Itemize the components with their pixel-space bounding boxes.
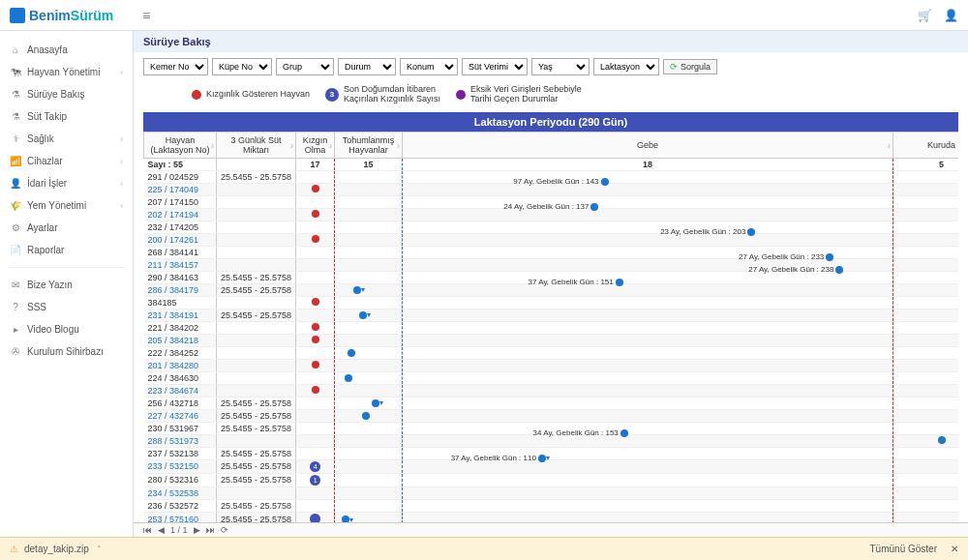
filter-grup[interactable]: Grup <box>276 58 334 75</box>
legend-item: Eksik Veri Girişleri Sebebiyle Tarihi Ge… <box>456 85 582 104</box>
pager-refresh-icon[interactable]: ⟳ <box>221 525 228 535</box>
nav-icon: ⚕ <box>10 133 21 144</box>
milk-value: 25.5455 - 25.5758 <box>217 473 296 486</box>
insem-cell <box>335 499 403 512</box>
pregnant-cell <box>403 233 893 246</box>
milk-value <box>217 371 296 384</box>
animal-id[interactable]: 234 / 532538 <box>148 488 199 498</box>
animal-id[interactable]: 233 / 532150 <box>148 461 199 471</box>
insem-cell <box>335 346 403 359</box>
milk-value <box>217 359 296 371</box>
th-tohum[interactable]: Tohumlanmış Hayvanlar› <box>335 132 403 158</box>
animal-id[interactable]: 253 / 575160 <box>148 515 199 522</box>
filter-yaş[interactable]: Yaş <box>531 58 590 75</box>
nav-label: Yem Yönetimi <box>27 200 86 211</box>
nav-sürüye-bakış[interactable]: ⚗Sürüye Bakış <box>0 83 133 105</box>
milk-value: 25.5455 - 25.5758 <box>217 447 296 459</box>
red-dot-icon <box>312 235 319 243</box>
user-icon[interactable]: 👤 <box>944 9 958 22</box>
filter-küpe-no[interactable]: Küpe No <box>212 58 272 75</box>
cart-icon[interactable]: 🛒 <box>918 9 932 22</box>
animal-id: 268 / 384141 <box>148 248 199 257</box>
hamburger-icon[interactable]: ≡ <box>142 8 150 23</box>
nav-anasayfa[interactable]: ⌂Anasayfa <box>0 39 133 61</box>
nav-icon: ▸ <box>10 324 21 335</box>
heat-cell <box>296 434 335 447</box>
table-row: 280 / 53231625.5455 - 25.57581 <box>144 473 959 486</box>
table-row: 225 / 174049 <box>144 183 959 195</box>
nav-süt-takip[interactable]: ⚗Süt Takip <box>0 105 133 128</box>
show-all-button[interactable]: Tümünü Göster <box>870 544 937 554</box>
animal-id[interactable]: 201 / 384280 <box>148 361 199 370</box>
nav-yem-yönetimi[interactable]: 🌾Yem Yönetimi› <box>0 194 133 217</box>
animal-id[interactable]: 223 / 384674 <box>148 386 199 396</box>
query-button[interactable]: ⟳Sorgula <box>663 59 717 74</box>
animal-id[interactable]: 205 / 384218 <box>148 336 199 345</box>
table-row: 224 / 384630 <box>144 371 959 384</box>
download-file[interactable]: detay_takip.zip <box>24 544 89 554</box>
nav-sağlık[interactable]: ⚕Sağlık› <box>0 128 133 150</box>
table-row: 211 / 38415727 Ay, Gebelik Gün : 238 <box>144 258 959 271</box>
pregnant-cell: 24 Ay, Gebelik Gün : 137 <box>403 195 893 208</box>
pregnant-cell <box>403 296 893 309</box>
th-hayvan[interactable]: Hayvan (Laktasyon No)› <box>144 132 217 158</box>
close-icon[interactable]: ✕ <box>951 544 958 554</box>
chevron-right-icon: › <box>120 157 123 166</box>
animal-id[interactable]: 288 / 531973 <box>148 436 199 446</box>
animal-id[interactable]: 211 / 384157 <box>148 260 199 270</box>
nav-bize-yazın[interactable]: ✉Bize Yazın <box>0 274 133 296</box>
th-kizgin[interactable]: Kızgın Olma› <box>296 132 335 158</box>
nav-ayarlar[interactable]: ⚙Ayarlar <box>0 217 133 239</box>
pager-prev-icon[interactable]: ◀ <box>158 525 165 535</box>
insem-cell: ▾ <box>335 283 403 296</box>
dry-cell <box>893 321 959 334</box>
animal-id[interactable]: 225 / 174049 <box>148 185 199 194</box>
animal-id: 232 / 174205 <box>148 222 199 232</box>
logo[interactable]: BenimSürüm <box>10 8 113 23</box>
nav-raporlar[interactable]: 📄Raporlar <box>0 239 133 261</box>
filter-durum[interactable]: Durum <box>338 58 396 75</box>
blue-dot-icon <box>359 311 367 319</box>
nav-video-blogu[interactable]: ▸Video Blogu <box>0 318 133 340</box>
nav-icon: 📄 <box>10 245 21 255</box>
th-sut[interactable]: 3 Günlük Süt Miktarı› <box>217 132 296 158</box>
nav-icon: ✉ <box>10 280 21 290</box>
milk-value <box>217 321 296 334</box>
animal-id: 237 / 532138 <box>148 449 199 458</box>
th-gebe[interactable]: Gebe› <box>403 132 893 158</box>
dry-cell <box>893 397 959 409</box>
filter-kemer-no[interactable]: Kemer No <box>143 58 208 75</box>
pager-first-icon[interactable]: ⏮ <box>143 525 152 535</box>
animal-id[interactable]: 200 / 174261 <box>148 235 199 245</box>
animal-id[interactable]: 227 / 432746 <box>148 411 199 421</box>
red-dot-icon <box>312 361 319 368</box>
heat-cell: 4 <box>296 459 335 473</box>
animal-id[interactable]: 231 / 384191 <box>148 310 199 320</box>
dry-cell <box>893 258 959 271</box>
summary-kuruda: 5 <box>893 158 959 170</box>
red-dot-icon <box>192 90 201 100</box>
nav-cihazlar[interactable]: 📶Cihazlar› <box>0 150 133 172</box>
pager-next-icon[interactable]: ▶ <box>194 525 200 535</box>
nav-sss[interactable]: ?SSS <box>0 296 133 318</box>
nav-hayvan-yönetimi[interactable]: 🐄Hayvan Yönetimi› <box>0 61 133 83</box>
animal-id: 280 / 532316 <box>148 475 199 485</box>
chevron-up-icon[interactable]: ˄ <box>97 545 102 554</box>
pager-last-icon[interactable]: ⏭ <box>206 525 215 535</box>
heat-cell <box>296 346 335 359</box>
count-dot-icon: 3 <box>325 88 339 102</box>
nav-kurulum-sihirbazı[interactable]: ✇Kurulum Sihirbazı <box>0 340 133 363</box>
th-kuruda[interactable]: Kuruda› <box>893 132 959 158</box>
red-dot-icon <box>312 210 319 218</box>
pregnant-cell <box>403 434 893 447</box>
nav-i̇dari-i̇şler[interactable]: 👤İdari İşler› <box>0 172 133 194</box>
filter-laktasyon[interactable]: Laktasyon <box>593 58 659 75</box>
filter-süt-verimi[interactable]: Süt Verimi <box>462 58 528 75</box>
dry-cell <box>893 170 959 183</box>
nav-label: Sağlık <box>27 133 54 144</box>
download-bar: ⚠ detay_takip.zip ˄ Tümünü Göster ✕ <box>0 537 968 560</box>
animal-id[interactable]: 202 / 174194 <box>148 210 199 220</box>
filter-konum[interactable]: Konum <box>400 58 458 75</box>
animal-id[interactable]: 286 / 384179 <box>148 285 199 295</box>
table-row: 286 / 38417925.5455 - 25.5758▾ <box>144 283 959 296</box>
